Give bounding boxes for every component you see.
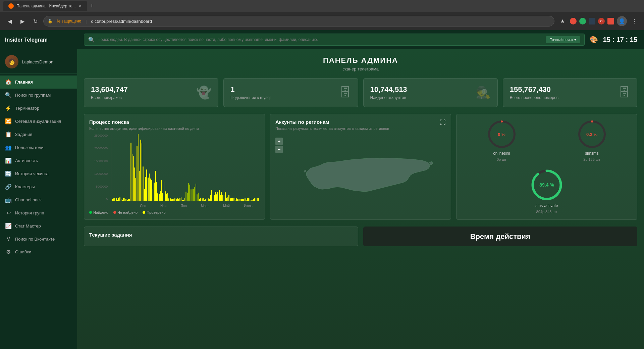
bar — [202, 198, 203, 201]
gauge-circle-onlinesim: 0 % — [487, 119, 517, 149]
search-bar[interactable]: 🔍 Точный поиск ▾ — [84, 34, 585, 46]
sidebar-item-stat-master[interactable]: 📈 Стат Мастер — [0, 219, 77, 233]
sidebar-item-vk-search[interactable]: V Поиск по Вконтакте — [0, 233, 77, 245]
sidebar-item-home[interactable]: 🏠 Главная — [0, 76, 77, 89]
network-viz-icon: 🔀 — [5, 118, 12, 124]
bar — [250, 198, 251, 201]
address-bar[interactable]: 🔓 Не защищено | dictator.press/admin/das… — [43, 16, 554, 27]
bar — [232, 198, 233, 201]
search-button[interactable]: Точный поиск ▾ — [546, 36, 580, 43]
stat-label-3: Всего проверено номеров — [510, 95, 559, 100]
map-zoom-out-button[interactable]: − — [275, 146, 283, 153]
bookmark-button[interactable]: ★ — [558, 16, 567, 26]
gauge-circle-simsms: 0.2 % — [577, 119, 607, 149]
sidebar-item-group-history[interactable]: ↩ История групп — [0, 206, 77, 219]
bar — [139, 171, 140, 201]
bar — [176, 199, 177, 201]
sidebar-item-clusters[interactable]: 🔗 Кластеры — [0, 180, 77, 193]
sidebar-item-network-viz[interactable]: 🔀 Сетевая визуализация — [0, 115, 77, 128]
bar — [146, 169, 147, 201]
bar — [242, 199, 243, 201]
sidebar-item-channel-hack[interactable]: 📺 Channel hack — [0, 193, 77, 206]
bar — [196, 184, 197, 201]
bar — [181, 197, 182, 201]
gauge-circle-sms-activate: 89.4 % — [530, 168, 564, 202]
bar — [155, 171, 156, 201]
avatar: 🧑 — [5, 55, 18, 68]
stat-number-0: 13,604,747 — [91, 85, 128, 94]
gauge-sublabel-onlinesim: 0р шт — [497, 157, 506, 161]
bar — [187, 193, 188, 201]
activity-icon: 📊 — [5, 157, 12, 164]
map-controls: + − — [275, 138, 283, 153]
menu-button[interactable]: ⋮ — [630, 16, 639, 26]
bar — [225, 192, 226, 201]
bar — [189, 185, 190, 201]
bar — [251, 200, 252, 201]
bar — [207, 198, 208, 201]
bar — [178, 199, 179, 201]
bar — [237, 199, 238, 201]
ext2-icon — [579, 18, 586, 24]
reload-button[interactable]: ↻ — [31, 16, 40, 26]
user-avatar-btn[interactable]: 👤 — [617, 16, 627, 26]
bottom-row: Текущие задания Время действия — [84, 227, 637, 246]
ext1-icon — [570, 18, 577, 24]
stats-row: 13,604,747 Всего призраков 👻 1 Подключен… — [84, 78, 637, 107]
bar — [219, 190, 220, 201]
gauge-row-top: 0 % onlinesim 0р шт 0.2 % — [462, 119, 632, 161]
sidebar-label-tasks: Задания — [15, 132, 32, 137]
theme-button[interactable]: 🎨 — [590, 36, 598, 44]
process-chart-card: Процесс поиска Количество аккаунтов, иде… — [84, 114, 265, 220]
sidebar-item-terminator[interactable]: ⚡ Терминатор — [0, 102, 77, 115]
sidebar-item-tasks[interactable]: 📋 Задания — [0, 128, 77, 141]
bar — [137, 146, 138, 201]
sidebar-item-check-history[interactable]: 🔄 История чекинга — [0, 167, 77, 180]
bar — [197, 194, 198, 201]
back-button[interactable]: ◀ — [5, 16, 14, 26]
search-input[interactable] — [98, 37, 543, 42]
gauge-label-simsms: simsms — [585, 151, 599, 156]
bar — [248, 198, 249, 201]
gauge-sublabel-sms-activate: 894р 843 шт — [536, 210, 557, 214]
map-fullscreen-button[interactable]: ⛶ — [440, 119, 446, 126]
sidebar-item-users[interactable]: 👥 Пользователи — [0, 141, 77, 154]
bar — [233, 198, 234, 201]
y-axis: 25000000 20000000 15000000 10000000 5000… — [89, 134, 109, 201]
bar — [254, 198, 255, 201]
sidebar-label-network-viz: Сетевая визуализация — [15, 119, 61, 124]
map-zoom-in-button[interactable]: + — [275, 138, 283, 145]
tab-close-button[interactable]: ✕ — [78, 4, 82, 8]
stat-master-icon: 📈 — [5, 223, 12, 229]
bar — [174, 198, 175, 201]
page-title: ПАНЕЛЬ АДМИНА — [84, 56, 637, 65]
sidebar-item-group-search[interactable]: 🔍 Поиск по группам — [0, 89, 77, 102]
bar — [156, 182, 157, 201]
sidebar-item-errors[interactable]: ⚙ Ошибки — [0, 245, 77, 258]
bar — [191, 189, 192, 201]
bar — [216, 194, 217, 201]
home-icon: 🏠 — [5, 79, 12, 85]
bar — [182, 200, 183, 201]
bar — [161, 180, 162, 201]
gauges-card: 0 % onlinesim 0р шт 0.2 % — [456, 114, 637, 220]
bar — [239, 199, 240, 201]
bar — [167, 193, 168, 201]
action-time-label: Время действия — [470, 232, 530, 241]
tasks-icon: 📋 — [5, 131, 12, 138]
stat-label-2: Найдено аккаунтов — [370, 95, 407, 100]
sidebar-item-activity[interactable]: 📊 Активность — [0, 154, 77, 167]
stat-label-0: Всего призраков — [91, 95, 128, 100]
sidebar-nav: 🏠 Главная 🔍 Поиск по группам ⚡ Терминато… — [0, 74, 77, 349]
app-container: Insider Telegram 🧑 LaplacesDemon 🏠 Главн… — [0, 30, 644, 349]
bar — [238, 199, 239, 201]
new-tab-button[interactable]: + — [87, 3, 97, 10]
forward-button[interactable]: ▶ — [18, 16, 27, 26]
bar — [224, 195, 225, 201]
bar — [148, 178, 149, 201]
bar — [220, 195, 221, 201]
gauge-sms-activate: 89.4 % sms-activate 894р 843 шт — [530, 168, 564, 214]
bar — [199, 199, 200, 201]
browser-tab-active[interactable]: Панель админа | Инсайдер те... ✕ — [3, 1, 87, 11]
terminator-icon: ⚡ — [5, 105, 12, 111]
